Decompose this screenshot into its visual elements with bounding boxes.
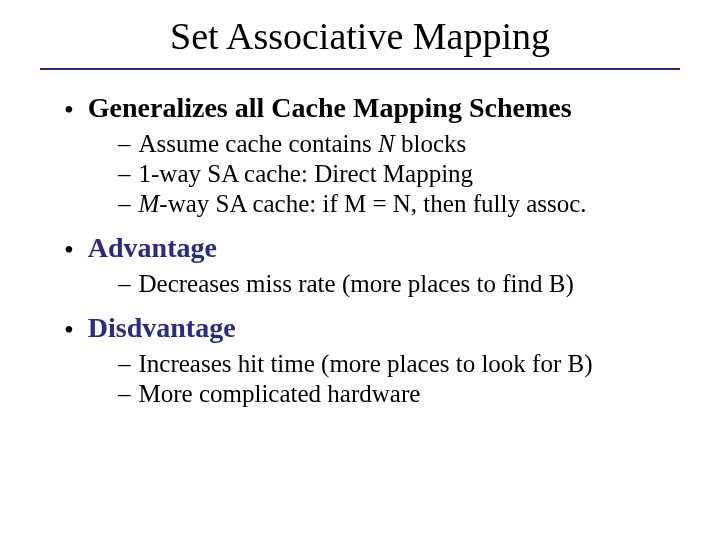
sub-bullet-item: – M-way SA cache: if M = N, then fully a… [40,190,680,218]
sub-bullet-text: More complicated hardware [139,380,421,408]
sub-bullet-item: – More complicated hardware [40,380,680,408]
sub-bullet-text: M-way SA cache: if M = N, then fully ass… [139,190,587,218]
sub-bullet-text: 1-way SA cache: Direct Mapping [139,160,474,188]
sub-text-pre: Assume cache contains [139,130,379,157]
dash-marker: – [118,160,131,188]
bullet-item: • Advantage [40,232,680,264]
sub-text-pre: Decreases miss rate (more places to find… [139,270,574,297]
sub-bullet-text: Assume cache contains N blocks [139,130,467,158]
slide-title: Set Associative Mapping [40,14,680,58]
sub-bullet-item: – Assume cache contains N blocks [40,130,680,158]
bullet-marker: • [64,236,74,264]
title-underline [40,68,680,70]
sub-bullet-group: – Increases hit time (more places to loo… [40,350,680,408]
bullet-item: • Generalizes all Cache Mapping Schemes [40,92,680,124]
sub-bullet-item: – Decreases miss rate (more places to fi… [40,270,680,298]
sub-bullet-group: – Decreases miss rate (more places to fi… [40,270,680,298]
sub-text-pre: Increases hit time (more places to look … [139,350,593,377]
sub-text-em: N [378,130,395,157]
dash-marker: – [118,350,131,378]
sub-text-post: -way SA cache: if M = N, then fully asso… [159,190,586,217]
bullet-marker: • [64,96,74,124]
dash-marker: – [118,130,131,158]
sub-bullet-item: – Increases hit time (more places to loo… [40,350,680,378]
sub-text-pre: More complicated hardware [139,380,421,407]
sub-text-post: blocks [395,130,467,157]
sub-bullet-group: – Assume cache contains N blocks – 1-way… [40,130,680,218]
bullet-marker: • [64,316,74,344]
sub-bullet-text: Increases hit time (more places to look … [139,350,593,378]
sub-text-em: M [139,190,160,217]
bullet-text: Disdvantage [88,312,236,344]
bullet-text: Advantage [88,232,217,264]
bullet-text: Generalizes all Cache Mapping Schemes [88,92,572,124]
sub-bullet-text: Decreases miss rate (more places to find… [139,270,574,298]
sub-text-pre: 1-way SA cache: Direct Mapping [139,160,474,187]
bullet-item: • Disdvantage [40,312,680,344]
dash-marker: – [118,190,131,218]
dash-marker: – [118,380,131,408]
dash-marker: – [118,270,131,298]
sub-bullet-item: – 1-way SA cache: Direct Mapping [40,160,680,188]
